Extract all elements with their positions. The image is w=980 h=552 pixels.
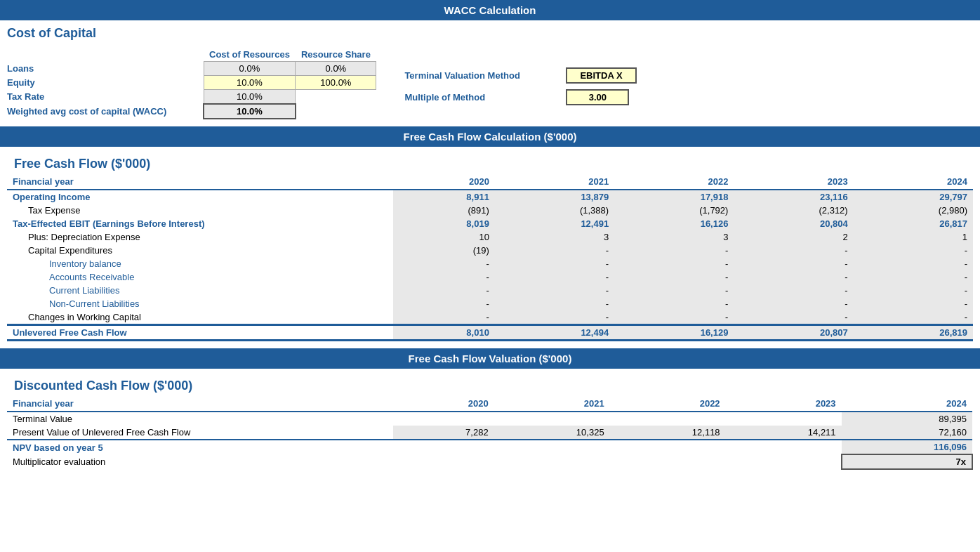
fcf-cell-4-3: - xyxy=(734,244,853,257)
dcf-cell-1-2: 12,118 xyxy=(610,426,726,440)
fcf-cell-10-0: 8,010 xyxy=(393,325,495,341)
dcf-subsection-title: Discounted Cash Flow ($'000) xyxy=(7,373,973,396)
fcf-label-6: Accounts Receivable xyxy=(7,270,393,284)
mult-empty-3 xyxy=(726,454,842,469)
dcf-col-2020: 2020 xyxy=(393,396,494,412)
dcf-row-0: Terminal Value89,395 xyxy=(7,412,972,426)
fcf-cell-2-0: 8,019 xyxy=(393,217,495,230)
mult-value[interactable]: 7x xyxy=(842,454,972,469)
taxrate-label: Tax Rate xyxy=(7,90,204,105)
fcf-cell-6-1: - xyxy=(495,270,614,284)
wacc-section: Cost of Resources Resource Share Loans 0… xyxy=(0,44,980,126)
fcf-cell-0-1: 13,879 xyxy=(495,190,614,204)
fcf-cell-10-4: 26,819 xyxy=(854,325,973,341)
fcf-cell-0-3: 23,116 xyxy=(734,190,853,204)
terminal-row-2: Multiple of Method 3.00 xyxy=(404,89,636,105)
fcf-label-7: Current Liabilities xyxy=(7,284,393,297)
fcf-cell-2-1: 12,491 xyxy=(495,217,614,230)
wacc-row-wacc: Weighted avg cost of capital (WACC) 10.0… xyxy=(7,104,376,119)
npv-empty-1 xyxy=(494,440,610,454)
mult-label: Multiplicator evaluation xyxy=(7,454,393,469)
fcf-row-8: Non-Current Liabilities----- xyxy=(7,297,973,310)
fcf-label-2: Tax-Effected EBIT (Earnings Before Inter… xyxy=(7,217,393,230)
dcf-label-0: Terminal Value xyxy=(7,412,393,426)
fcf-cell-3-2: 3 xyxy=(614,230,734,244)
fcf-cell-6-2: - xyxy=(614,270,734,284)
loans-share: 0.0% xyxy=(296,62,376,76)
fcf-cell-9-2: - xyxy=(614,310,734,325)
equity-label: Equity xyxy=(7,76,204,90)
cost-of-capital-title: Cost of Capital xyxy=(0,20,980,44)
wacc-row-taxrate: Tax Rate 10.0% xyxy=(7,90,376,105)
fcf-cell-7-2: - xyxy=(614,284,734,297)
fcf-section: Free Cash Flow ($'000) Financial year 20… xyxy=(0,147,980,348)
fcf-cell-3-3: 2 xyxy=(734,230,853,244)
fcf-label-5: Inventory balance xyxy=(7,257,393,270)
loans-label: Loans xyxy=(7,62,204,76)
fcf-col-2021: 2021 xyxy=(495,174,614,190)
fcf-cell-10-1: 12,494 xyxy=(495,325,614,341)
npv-empty-2 xyxy=(610,440,726,454)
dcf-cell-0-2 xyxy=(610,412,726,426)
terminal-label-1: Terminal Valuation Method xyxy=(404,70,559,81)
fcf-cell-6-4: - xyxy=(854,270,973,284)
fcf-cell-0-4: 29,797 xyxy=(854,190,973,204)
fcf-cell-8-2: - xyxy=(614,297,734,310)
terminal-section: Terminal Valuation Method EBITDA X Multi… xyxy=(404,48,636,105)
fcf-cell-3-0: 10 xyxy=(393,230,495,244)
fcf-label-9: Changes in Working Capital xyxy=(7,310,393,325)
terminal-value-2[interactable]: 3.00 xyxy=(566,89,629,105)
fcf-label-8: Non-Current Liabilities xyxy=(7,297,393,310)
fcf-cell-8-1: - xyxy=(495,297,614,310)
dcf-cell-0-1 xyxy=(494,412,610,426)
fcf-table: Financial year 2020 2021 2022 2023 2024 … xyxy=(7,174,973,341)
wacc-cost: 10.0% xyxy=(204,104,296,119)
dcf-col-label: Financial year xyxy=(7,396,393,412)
fcf-cell-1-2: (1,792) xyxy=(614,204,734,217)
npv-value: 116,096 xyxy=(842,440,972,454)
equity-share[interactable]: 100.0% xyxy=(296,76,376,90)
wacc-row-equity: Equity 10.0% 100.0% xyxy=(7,76,376,90)
fcf-cell-4-1: - xyxy=(495,244,614,257)
dcf-col-2023: 2023 xyxy=(726,396,842,412)
fcf-col-label: Financial year xyxy=(7,174,393,190)
wacc-label: Weighted avg cost of capital (WACC) xyxy=(7,104,204,119)
terminal-value-1[interactable]: EBITDA X xyxy=(566,67,636,84)
fcf-col-2023: 2023 xyxy=(734,174,853,190)
fcf-row-7: Current Liabilities----- xyxy=(7,284,973,297)
fcf-cell-1-1: (1,388) xyxy=(495,204,614,217)
fcf-cell-5-1: - xyxy=(495,257,614,270)
fcf-col-2024: 2024 xyxy=(854,174,973,190)
fcf-cell-2-4: 26,817 xyxy=(854,217,973,230)
dcf-section: Discounted Cash Flow ($'000) Financial y… xyxy=(0,369,980,484)
fcf-cell-7-0: - xyxy=(393,284,495,297)
mult-empty-1 xyxy=(494,454,610,469)
fcf-cell-10-2: 16,129 xyxy=(614,325,734,341)
fcf-row-3: Plus: Depreciation Expense103321 xyxy=(7,230,973,244)
fcf-label-3: Plus: Depreciation Expense xyxy=(7,230,393,244)
fcf-cell-8-4: - xyxy=(854,297,973,310)
col-cost-resources: Cost of Resources xyxy=(204,48,296,62)
fcf-cell-3-4: 1 xyxy=(854,230,973,244)
fcf-row-0: Operating Income8,91113,87917,91823,1162… xyxy=(7,190,973,204)
dcf-col-2021: 2021 xyxy=(494,396,610,412)
mult-empty-2 xyxy=(610,454,726,469)
dcf-cell-0-4: 89,395 xyxy=(842,412,972,426)
fcf-row-10: Unlevered Free Cash Flow8,01012,49416,12… xyxy=(7,325,973,341)
npv-label: NPV based on year 5 xyxy=(7,440,393,454)
fcf-cell-9-0: - xyxy=(393,310,495,325)
fcf-cell-4-4: - xyxy=(854,244,973,257)
terminal-row-1: Terminal Valuation Method EBITDA X xyxy=(404,67,636,84)
fcf-cell-6-0: - xyxy=(393,270,495,284)
dcf-cell-1-0: 7,282 xyxy=(393,426,494,440)
equity-cost[interactable]: 10.0% xyxy=(204,76,296,90)
dcf-col-2024: 2024 xyxy=(842,396,972,412)
fcf-col-2022: 2022 xyxy=(614,174,734,190)
fcf-row-1: Tax Expense(891)(1,388)(1,792)(2,312)(2,… xyxy=(7,204,973,217)
fcf-cell-0-2: 17,918 xyxy=(614,190,734,204)
fcf-cell-9-4: - xyxy=(854,310,973,325)
fcf-row-6: Accounts Receivable----- xyxy=(7,270,973,284)
fcf-row-9: Changes in Working Capital----- xyxy=(7,310,973,325)
fcf-label-0: Operating Income xyxy=(7,190,393,204)
dcf-cell-0-0 xyxy=(393,412,494,426)
